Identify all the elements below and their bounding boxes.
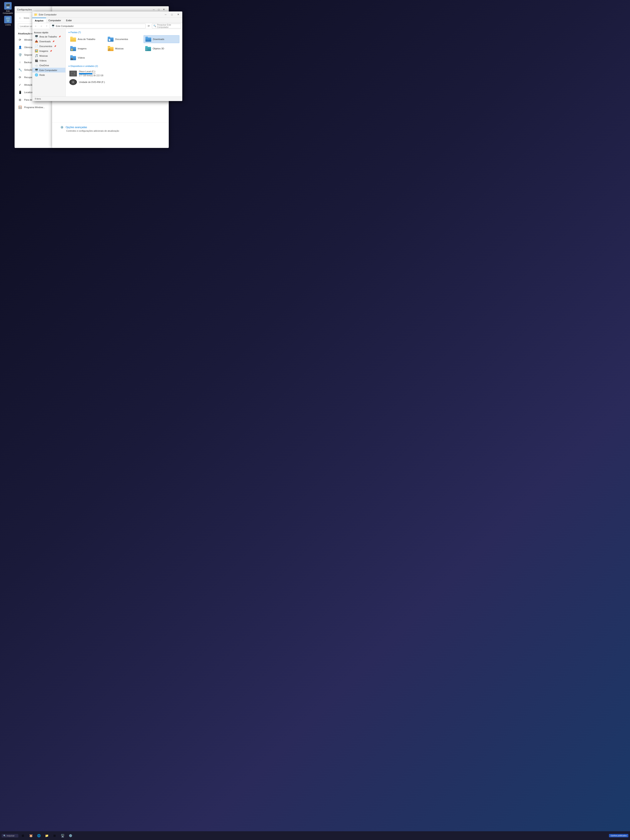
folder-area-trabalho-icon (70, 37, 76, 42)
taskbar: 🔍 esquisar ⊞ 🐹 🌐 📁 ⊞ 🖥️ ⚙️ Ganhos public… (0, 831, 630, 840)
folder-musicas[interactable]: 🎵 Músicas (106, 45, 142, 52)
folder-musicas-icon: 🎵 (108, 46, 114, 51)
taskbar-task-view-btn[interactable]: ⊞ (20, 832, 26, 839)
fe-titlebar: 📁 Este Computador ─ □ ✕ (32, 11, 182, 18)
taskbar-store-icon[interactable]: ⊞ (51, 832, 58, 839)
device-disco-local[interactable]: Disco Local (C:) 177 GB livre(s) de 222 … (68, 69, 179, 78)
desktop: 🖥️ Este Computador 🗑️ Lixeira Configuraç… (0, 0, 630, 840)
fe-forward-btn[interactable]: → (39, 24, 44, 28)
dvd-rw-name: Unidade de DVD-RW (F:) (79, 81, 105, 83)
documentos-sidebar-icon: 📄 (35, 44, 38, 48)
desktop-icons-container: 🖥️ Este Computador 🗑️ Lixeira (2, 2, 14, 26)
imagens-sidebar-icon: 🖼️ (35, 49, 38, 52)
fe-up-btn[interactable]: ↑ (44, 24, 49, 28)
sidebar-musicas-label: Músicas (39, 55, 48, 57)
fe-close-btn[interactable]: ✕ (175, 12, 181, 17)
fe-address-path[interactable]: 🖥️ Este Computador (50, 24, 145, 28)
trash-icon-label: Lixeira (5, 24, 11, 26)
sidebar-item-este-computador[interactable]: 🖥️ Este Computador (32, 68, 65, 73)
wu-minimize-btn[interactable]: ─ (151, 7, 156, 12)
folder-videos[interactable]: 🎬 Vídeos (68, 54, 104, 62)
fe-search-icon: 🔍 (153, 25, 156, 27)
inicio-label: Início (24, 17, 29, 19)
sidebar-item-documentos[interactable]: 📄 Documentos 📌 (32, 44, 65, 49)
fe-search-box[interactable]: 🔍 Pesquisar Este Computador (152, 24, 181, 28)
sidebar-item-imagens[interactable]: 🖼️ Imagens 📌 (32, 49, 65, 53)
nav-ativacao-label: Ativação (24, 84, 33, 86)
musicas-sidebar-icon: 🎵 (35, 54, 38, 57)
taskbar-explorer-icon[interactable]: 📁 (43, 832, 50, 839)
seguranca-nav-icon: 🛡️ (18, 53, 22, 57)
fe-status-text: 9 itens (35, 98, 41, 100)
docs-inner-icon: 📄 (108, 39, 111, 41)
folder-documentos-icon: 📄 (108, 37, 114, 42)
fe-sidebar: Acesso rápido 🖥️ Área de Trabalho 📌 📥 Do… (32, 29, 66, 96)
fe-search-placeholder: Pesquisar Este Computador (157, 24, 180, 28)
fe-addressbar: ← → ↑ 🖥️ Este Computador ⟳ 🔍 Pesquisar E… (32, 23, 182, 29)
taskbar-terminal-icon[interactable]: 🖥️ (59, 832, 66, 839)
fe-back-btn[interactable]: ← (33, 24, 38, 28)
downloads-sidebar-icon: 📥 (35, 40, 38, 43)
sidebar-item-onedrive[interactable]: ☁️ OneDrive (32, 63, 65, 68)
fe-body: Acesso rápido 🖥️ Área de Trabalho 📌 📥 Do… (32, 29, 182, 96)
folder-objetos3d[interactable]: ⬡ Objetos 3D (144, 45, 179, 52)
computer-icon-label: Este Computador (2, 10, 14, 14)
area-trabalho-sidebar-icon: 🖥️ (35, 35, 38, 38)
desenvolvedores-nav-icon: ⊞ (18, 98, 22, 102)
pin-icon-documentos: 📌 (54, 45, 56, 47)
wu-settings-icon: ⚙️ (60, 126, 63, 129)
taskbar-search-icon: 🔍 (3, 835, 6, 837)
folder-imagens[interactable]: 🖼️ Imagens (68, 45, 104, 52)
taskbar-hamster-icon[interactable]: 🐹 (27, 832, 34, 839)
computer-icon: 🖥️ (4, 2, 12, 9)
disco-local-space: 177 GB livre(s) de 222 GB (79, 74, 103, 77)
tab-arquivo[interactable]: Arquivo (32, 18, 46, 23)
solucao-nav-icon: 🔧 (18, 68, 22, 72)
taskbar-edge-icon[interactable]: 🌐 (35, 832, 42, 839)
dvd-rw-icon (69, 79, 77, 85)
wu-advanced-link[interactable]: ⚙️ Opções avançadas (60, 126, 160, 129)
fe-minimize-btn[interactable]: ─ (163, 12, 168, 17)
folder-area-trabalho[interactable]: Área de Trabalho (68, 35, 104, 43)
device-dvd-rw[interactable]: Unidade de DVD-RW (F:) (68, 78, 179, 86)
sidebar-item-musicas[interactable]: 🎵 Músicas (32, 53, 65, 58)
tab-computador[interactable]: Computador (46, 18, 64, 23)
desktop-icon-este-computador[interactable]: 🖥️ Este Computador (2, 2, 14, 14)
localizar-nav-icon: 📱 (18, 90, 22, 95)
rede-sidebar-icon: 🌐 (35, 73, 38, 76)
sidebar-quick-access-header: Acesso rápido (32, 30, 65, 34)
folder-documentos[interactable]: 📄 Documentos (106, 35, 142, 43)
taskbar-settings-icon[interactable]: ⚙️ (67, 832, 74, 839)
folder-downloads-label: Downloads (153, 38, 164, 40)
sidebar-este-computador-label: Este Computador (39, 69, 57, 71)
fe-maximize-btn[interactable]: □ (169, 12, 174, 17)
settings-back-btn[interactable]: ← (19, 16, 22, 20)
taskbar-search[interactable]: 🔍 esquisar (2, 834, 18, 837)
folder-downloads[interactable]: ↓ Downloads (144, 35, 179, 43)
folders-section-title: Pastas (7) (68, 31, 179, 33)
recuperacao-nav-icon: ⟳ (18, 75, 22, 79)
taskbar-notification[interactable]: Ganhos publicados (609, 834, 628, 837)
svg-point-7 (73, 82, 74, 82)
desktop-icon-lixeira[interactable]: 🗑️ Lixeira (2, 16, 14, 26)
fe-toolbar: Arquivo Computador Exibir (32, 18, 182, 23)
sidebar-item-rede[interactable]: 🌐 Rede (32, 73, 65, 77)
musicas-inner-icon: 🎵 (108, 49, 111, 51)
folder-downloads-icon: ↓ (145, 37, 151, 42)
fe-folder-title-icon: 📁 (34, 13, 38, 16)
fe-path-text: Este Computador (56, 25, 74, 27)
sidebar-item-area-trabalho[interactable]: 🖥️ Área de Trabalho 📌 (32, 34, 65, 39)
taskbar-search-text: esquisar (7, 835, 14, 837)
sidebar-item-videos[interactable]: 🎬 Vídeos (32, 58, 65, 63)
fe-refresh-btn[interactable]: ⟳ (147, 24, 151, 28)
tab-exibir[interactable]: Exibir (63, 18, 74, 23)
devices-section-title: Dispositivos e unidades (2) (68, 65, 179, 67)
nav-backup-label: Backup (24, 61, 32, 63)
wu-close-btn[interactable]: ✕ (161, 7, 166, 12)
wu-maximize-btn[interactable]: □ (156, 7, 161, 12)
sidebar-item-downloads[interactable]: 📥 Downloads 📌 (32, 39, 65, 44)
sidebar-documentos-label: Documentos (39, 45, 52, 47)
wu-advanced-sub: Controles e configurações adicionais de … (66, 129, 160, 132)
downloads-arrow-icon: ↓ (149, 38, 150, 41)
wu-advanced-link-label: Opções avançadas (66, 126, 87, 129)
